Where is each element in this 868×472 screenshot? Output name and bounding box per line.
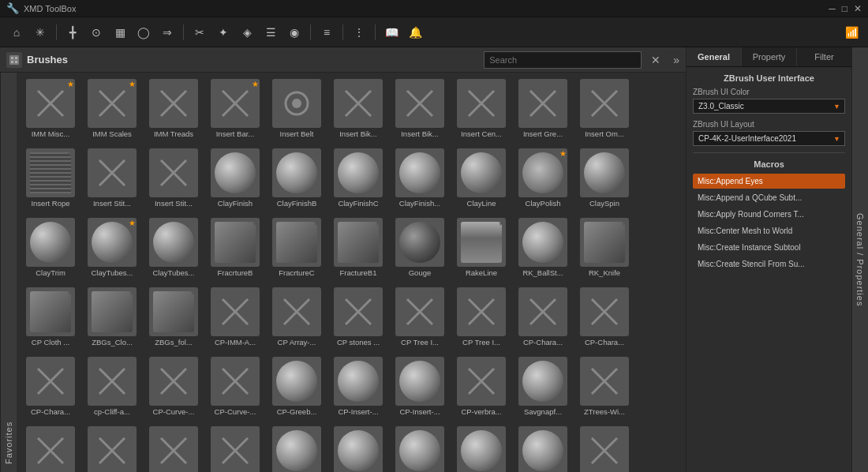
toolbar-circle-dot[interactable]: ⊙ <box>86 22 107 43</box>
toolbar-grid[interactable]: ▦ <box>110 22 130 43</box>
brush-star-empty[interactable]: ★ <box>375 80 382 88</box>
brush-item[interactable]: ★Insert Bar... <box>204 76 266 145</box>
brush-star-empty[interactable]: ★ <box>559 358 567 366</box>
brush-star-empty[interactable]: ★ <box>375 219 382 227</box>
brush-item[interactable]: ★CP-Insert-... <box>389 354 451 423</box>
brush-item[interactable]: ★CP Cloth ... <box>20 284 81 354</box>
brush-item[interactable]: ★CP-Chara... <box>20 354 81 423</box>
toolbar-asterisk[interactable]: ✳ <box>30 22 51 43</box>
brush-star-empty[interactable]: ★ <box>436 427 443 436</box>
brush-star-empty[interactable]: ★ <box>190 219 197 227</box>
brush-star[interactable]: ★ <box>129 80 136 88</box>
brush-star-empty[interactable]: ★ <box>375 358 382 366</box>
brush-item[interactable]: ★ClayTubes... <box>143 215 204 284</box>
brush-star-empty[interactable]: ★ <box>621 80 628 88</box>
brush-item[interactable]: ★CP-Curve-... <box>204 354 266 423</box>
brush-star-empty[interactable]: ★ <box>252 427 259 436</box>
toolbar-dots[interactable]: ☰ <box>260 22 281 43</box>
brush-item[interactable]: ★ClayFinish... <box>389 145 451 215</box>
brush-star-empty[interactable]: ★ <box>375 427 382 436</box>
ui-color-select[interactable]: Z3.0_Classic <box>693 99 845 114</box>
brush-star-empty[interactable]: ★ <box>436 80 443 88</box>
brush-item[interactable]: ★CP-IMM-A... <box>204 284 266 354</box>
brush-item[interactable]: ★CP-Curve-... <box>143 354 204 423</box>
maximize-button[interactable]: □ <box>842 3 847 14</box>
brush-star-empty[interactable]: ★ <box>67 219 74 227</box>
brush-star-empty[interactable]: ★ <box>436 219 443 227</box>
brush-item[interactable]: ★FractureB1 <box>327 215 389 284</box>
brush-item[interactable]: ★ClayTubes... <box>81 215 143 284</box>
brush-item[interactable]: ★FracrtureB <box>204 215 266 284</box>
brush-item[interactable]: ★ZTrees-Wi... <box>574 354 635 423</box>
brush-star-empty[interactable]: ★ <box>621 219 628 227</box>
brush-item[interactable]: ★Insert Rope <box>20 145 81 215</box>
brush-star-empty[interactable]: ★ <box>129 149 136 158</box>
brush-item[interactable]: ★CP-Greeb... <box>266 354 327 423</box>
brush-item[interactable]: ★Insert Bik... <box>327 76 389 145</box>
brush-item[interactable]: ★NanoMesh... <box>389 423 451 472</box>
macro-item[interactable]: Misc:Create Instance Subtool <box>693 240 845 255</box>
toolbar-home[interactable]: ⌂ <box>6 22 27 43</box>
brush-star-empty[interactable]: ★ <box>190 149 197 158</box>
toolbar-circle[interactable]: ◉ <box>284 22 305 43</box>
brush-item[interactable]: ★Insert Stit... <box>81 145 143 215</box>
brush-item[interactable]: ★ClayFinish <box>204 145 266 215</box>
brush-item[interactable]: ★Insert Belt <box>266 76 327 145</box>
toolbar-add[interactable]: ╋ <box>62 22 83 43</box>
brush-item[interactable]: ★ClaySpin <box>574 145 635 215</box>
macro-item[interactable]: Misc:Apply Round Corners T... <box>693 207 845 222</box>
brush-item[interactable]: ★CP Tree I... <box>451 284 512 354</box>
brush-item[interactable]: ★RK_Knife <box>574 215 635 284</box>
brush-item[interactable]: ★ClayFinishC <box>327 145 389 215</box>
brush-item[interactable]: ★OneSquad... <box>574 423 635 472</box>
brush-item[interactable]: ★RakeLine <box>451 215 512 284</box>
brush-star-empty[interactable]: ★ <box>436 358 443 366</box>
brush-star-empty[interactable]: ★ <box>498 80 505 88</box>
brush-item[interactable]: ★IMM Scales <box>81 76 143 145</box>
brush-star-empty[interactable]: ★ <box>252 219 259 227</box>
macro-item[interactable]: Misc:Center Mesh to World <box>693 223 845 238</box>
tab-general[interactable]: General <box>687 47 742 66</box>
toolbar-menu[interactable]: ≡ <box>316 22 337 43</box>
brush-item[interactable]: ★Gouge <box>389 215 451 284</box>
brush-star-empty[interactable]: ★ <box>313 149 320 158</box>
brush-item[interactable]: ★Insert Cen... <box>451 76 512 145</box>
brush-star-empty[interactable]: ★ <box>313 358 320 366</box>
brush-item[interactable]: ★CP stones ... <box>327 284 389 354</box>
brush-item[interactable]: ★Insert Gre... <box>512 76 574 145</box>
brush-item[interactable]: ★CP Multi-... <box>20 423 81 472</box>
brush-item[interactable]: ★NanoMesh... <box>451 423 512 472</box>
brush-star[interactable]: ★ <box>129 219 136 227</box>
brush-star-empty[interactable]: ★ <box>129 427 136 436</box>
close-button[interactable]: ✕ <box>854 3 862 14</box>
brush-star-empty[interactable]: ★ <box>559 427 567 436</box>
brush-star-empty[interactable]: ★ <box>190 288 197 297</box>
brush-star-empty[interactable]: ★ <box>252 149 259 158</box>
brush-star-empty[interactable]: ★ <box>621 149 628 158</box>
toolbar-arrow[interactable]: ⇒ <box>157 22 178 43</box>
brush-item[interactable]: ★CP-Chara... <box>512 284 574 354</box>
brush-star-empty[interactable]: ★ <box>67 358 74 366</box>
brush-item[interactable]: ★ZBGs_fol... <box>143 284 204 354</box>
brush-star-empty[interactable]: ★ <box>252 358 259 366</box>
brush-item[interactable]: ★ClayFinishB <box>266 145 327 215</box>
toolbar-globe[interactable]: ◯ <box>133 22 154 43</box>
brush-star-empty[interactable]: ★ <box>498 219 505 227</box>
brush-star-empty[interactable]: ★ <box>498 149 505 158</box>
brush-item[interactable]: ★Savgnapf... <box>512 354 574 423</box>
macro-item[interactable]: Misc:Append Eyes <box>693 174 845 189</box>
brush-item[interactable]: ★ClayPolish <box>512 145 574 215</box>
brush-item[interactable]: ★CP Array-... <box>266 284 327 354</box>
brush-item[interactable]: ★Nano Mes... <box>266 423 327 472</box>
brush-star-empty[interactable]: ★ <box>436 288 443 297</box>
brush-star-empty[interactable]: ★ <box>190 358 197 366</box>
toolbar-diamond[interactable]: ◈ <box>237 22 257 43</box>
brush-item[interactable]: ★Elektrik-N... <box>204 423 266 472</box>
brush-item[interactable]: ★ClayTrim <box>20 215 81 284</box>
brush-star-empty[interactable]: ★ <box>498 358 505 366</box>
brush-item[interactable]: ★IMM Misc... <box>20 76 81 145</box>
brush-item[interactable]: ★CP-Chara... <box>574 284 635 354</box>
brush-item[interactable]: ★Insert Stit... <box>143 145 204 215</box>
brush-star-empty[interactable]: ★ <box>313 427 320 436</box>
brush-item[interactable]: ★NanoMesh... <box>512 423 574 472</box>
